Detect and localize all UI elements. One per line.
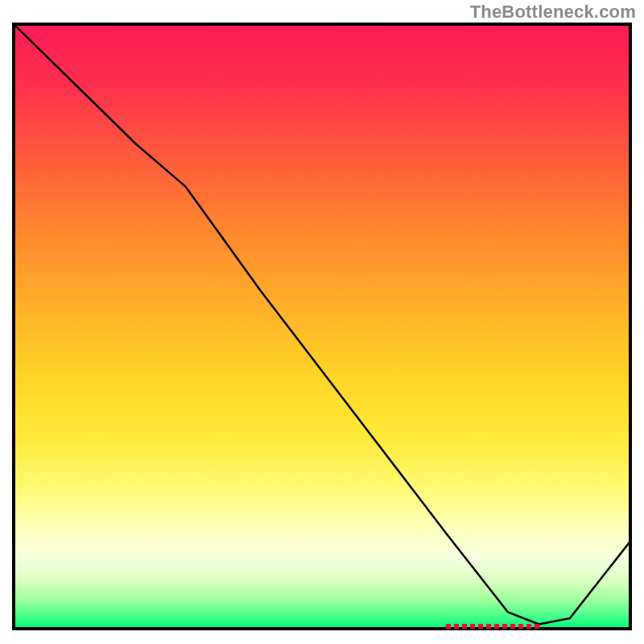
watermark-text: TheBottleneck.com: [470, 2, 636, 23]
gradient-background: [12, 23, 632, 630]
chart-container: TheBottleneck.com: [0, 0, 644, 644]
plot-frame: [12, 23, 632, 630]
optimal-marker: [446, 624, 545, 629]
